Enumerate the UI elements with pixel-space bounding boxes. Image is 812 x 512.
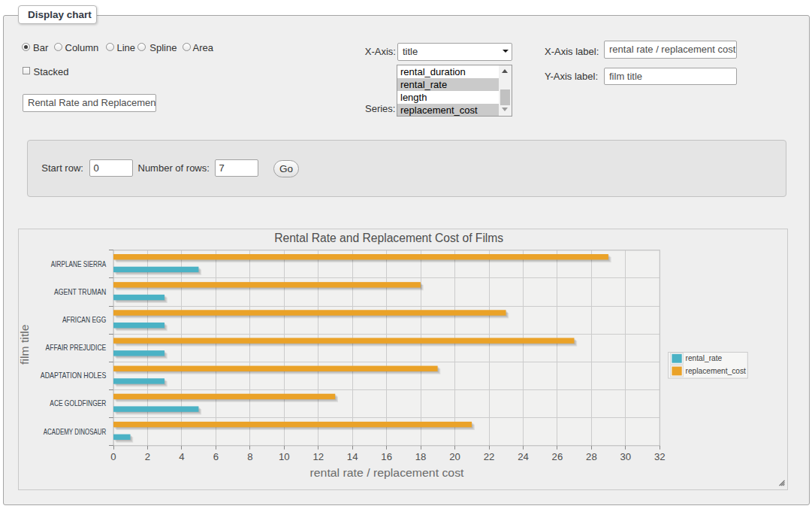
svg-text:24: 24 — [518, 451, 529, 462]
svg-text:Rental Rate and Replacement Co: Rental Rate and Replacement Cost of Film… — [274, 232, 503, 244]
svg-text:rental rate / replacement cost: rental rate / replacement cost — [310, 466, 465, 479]
svg-text:4: 4 — [179, 451, 184, 462]
svg-text:8: 8 — [247, 451, 252, 462]
svg-text:ACE GOLDFINGER: ACE GOLDFINGER — [50, 399, 106, 407]
svg-text:26: 26 — [552, 451, 563, 462]
svg-text:ADAPTATION HOLES: ADAPTATION HOLES — [41, 371, 107, 380]
svg-text:6: 6 — [213, 451, 219, 462]
svg-text:ACADEMY DINOSAUR: ACADEMY DINOSAUR — [44, 428, 107, 436]
svg-text:18: 18 — [415, 451, 427, 462]
svg-text:0: 0 — [110, 451, 116, 462]
svg-text:AGENT TRUMAN: AGENT TRUMAN — [54, 288, 106, 296]
svg-text:replacement_cost: replacement_cost — [686, 367, 747, 375]
svg-text:22: 22 — [484, 451, 495, 462]
svg-text:10: 10 — [279, 451, 290, 462]
svg-text:20: 20 — [449, 451, 460, 462]
svg-text:AFFAIR PREJUDICE: AFFAIR PREJUDICE — [46, 344, 107, 352]
svg-text:12: 12 — [312, 451, 324, 462]
svg-text:14: 14 — [347, 451, 358, 462]
svg-text:rental_rate: rental_rate — [686, 354, 723, 362]
svg-text:28: 28 — [586, 451, 597, 462]
svg-text:AFRICAN EGG: AFRICAN EGG — [62, 316, 106, 324]
svg-text:16: 16 — [381, 451, 392, 462]
svg-text:32: 32 — [654, 451, 666, 462]
svg-text:film title: film title — [18, 324, 31, 365]
svg-text:30: 30 — [620, 451, 632, 462]
svg-text:2: 2 — [145, 451, 150, 462]
svg-text:AIRPLANE SIERRA: AIRPLANE SIERRA — [51, 260, 107, 268]
